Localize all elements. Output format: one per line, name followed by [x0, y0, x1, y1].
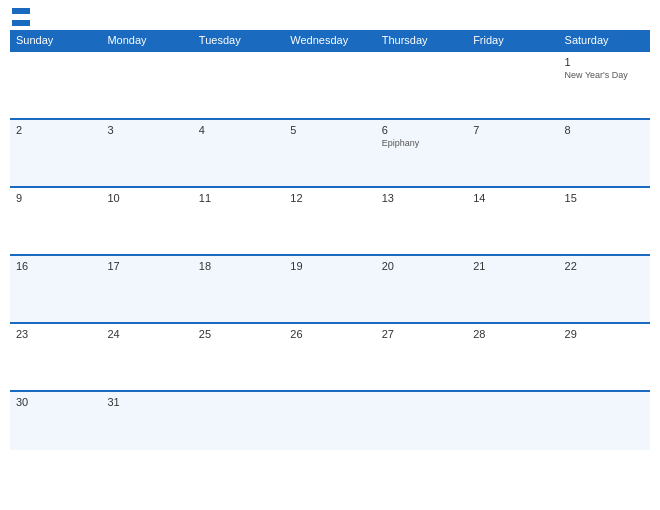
day-number: 1	[565, 56, 644, 68]
day-number: 19	[290, 260, 369, 272]
day-cell	[284, 392, 375, 450]
week-row-4: 16171819202122	[10, 254, 650, 322]
day-cell: 15	[559, 188, 650, 254]
logo	[10, 8, 34, 26]
calendar-grid: 1New Year's Day23456Epiphany789101112131…	[10, 50, 650, 450]
day-cell	[376, 392, 467, 450]
day-number: 9	[16, 192, 95, 204]
week-row-2: 23456Epiphany78	[10, 118, 650, 186]
day-cell: 14	[467, 188, 558, 254]
day-number: 18	[199, 260, 278, 272]
day-cell: 30	[10, 392, 101, 450]
day-cell	[376, 52, 467, 118]
day-number: 8	[565, 124, 644, 136]
day-number: 12	[290, 192, 369, 204]
week-row-1: 1New Year's Day	[10, 50, 650, 118]
day-cell: 16	[10, 256, 101, 322]
day-cell: 24	[101, 324, 192, 390]
day-number: 14	[473, 192, 552, 204]
day-number: 10	[107, 192, 186, 204]
day-header-saturday: Saturday	[559, 30, 650, 50]
holiday-name: Epiphany	[382, 138, 461, 148]
week-row-3: 9101112131415	[10, 186, 650, 254]
day-cell: 11	[193, 188, 284, 254]
day-number: 31	[107, 396, 186, 408]
day-number: 28	[473, 328, 552, 340]
day-cell	[193, 392, 284, 450]
day-cell: 21	[467, 256, 558, 322]
week-row-6: 3031	[10, 390, 650, 450]
day-number: 13	[382, 192, 461, 204]
day-number: 11	[199, 192, 278, 204]
day-header-sunday: Sunday	[10, 30, 101, 50]
day-header-friday: Friday	[467, 30, 558, 50]
day-number: 21	[473, 260, 552, 272]
holiday-name: New Year's Day	[565, 70, 644, 80]
day-number: 17	[107, 260, 186, 272]
day-cell: 10	[101, 188, 192, 254]
day-header-thursday: Thursday	[376, 30, 467, 50]
day-cell: 22	[559, 256, 650, 322]
day-header-wednesday: Wednesday	[284, 30, 375, 50]
day-cell: 6Epiphany	[376, 120, 467, 186]
svg-rect-0	[12, 8, 30, 14]
day-number: 23	[16, 328, 95, 340]
day-cell	[284, 52, 375, 118]
day-cell: 19	[284, 256, 375, 322]
week-row-5: 23242526272829	[10, 322, 650, 390]
day-cell: 27	[376, 324, 467, 390]
day-cell: 3	[101, 120, 192, 186]
day-cell: 26	[284, 324, 375, 390]
day-header-tuesday: Tuesday	[193, 30, 284, 50]
day-cell: 2	[10, 120, 101, 186]
svg-rect-1	[12, 14, 30, 20]
day-number: 6	[382, 124, 461, 136]
day-cell: 7	[467, 120, 558, 186]
day-cell	[193, 52, 284, 118]
day-cell: 29	[559, 324, 650, 390]
day-number: 29	[565, 328, 644, 340]
day-cell: 25	[193, 324, 284, 390]
day-number: 2	[16, 124, 95, 136]
day-number: 5	[290, 124, 369, 136]
day-cell	[467, 52, 558, 118]
day-number: 3	[107, 124, 186, 136]
day-cell: 18	[193, 256, 284, 322]
day-header-monday: Monday	[101, 30, 192, 50]
day-number: 20	[382, 260, 461, 272]
day-cell: 20	[376, 256, 467, 322]
day-cell: 4	[193, 120, 284, 186]
day-number: 15	[565, 192, 644, 204]
day-cell: 12	[284, 188, 375, 254]
day-cell: 17	[101, 256, 192, 322]
day-cell: 13	[376, 188, 467, 254]
day-cell	[467, 392, 558, 450]
day-number: 24	[107, 328, 186, 340]
day-cell	[10, 52, 101, 118]
logo-icon	[12, 8, 30, 26]
day-cell: 9	[10, 188, 101, 254]
day-number: 26	[290, 328, 369, 340]
day-cell: 31	[101, 392, 192, 450]
calendar-header	[10, 8, 650, 26]
day-number: 25	[199, 328, 278, 340]
day-cell	[101, 52, 192, 118]
day-number: 30	[16, 396, 95, 408]
day-cell: 1New Year's Day	[559, 52, 650, 118]
day-number: 27	[382, 328, 461, 340]
day-number: 22	[565, 260, 644, 272]
day-cell: 5	[284, 120, 375, 186]
day-number: 4	[199, 124, 278, 136]
day-headers-row: SundayMondayTuesdayWednesdayThursdayFrid…	[10, 30, 650, 50]
day-cell: 8	[559, 120, 650, 186]
day-number: 16	[16, 260, 95, 272]
day-cell: 23	[10, 324, 101, 390]
svg-rect-2	[12, 20, 30, 26]
day-cell: 28	[467, 324, 558, 390]
calendar-wrapper: SundayMondayTuesdayWednesdayThursdayFrid…	[0, 0, 660, 510]
day-number: 7	[473, 124, 552, 136]
day-cell	[559, 392, 650, 450]
